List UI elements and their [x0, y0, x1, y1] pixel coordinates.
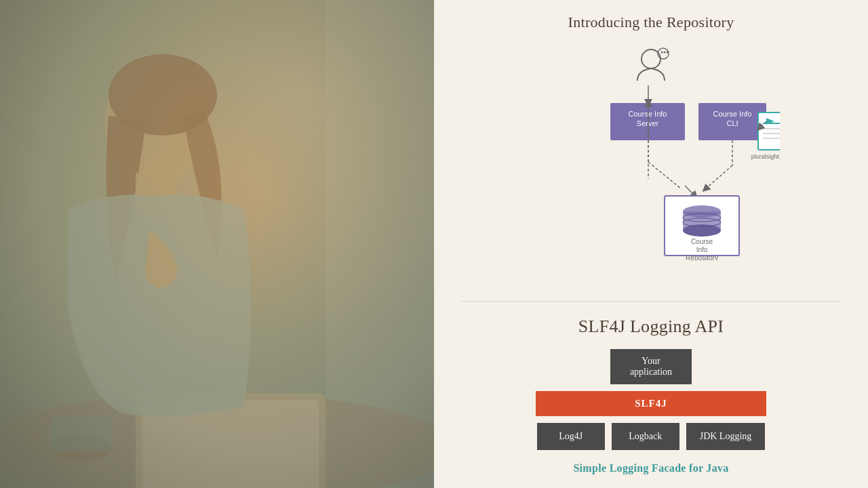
course-info-repo-label: Course [691, 238, 713, 245]
svg-point-15 [661, 52, 663, 54]
svg-line-30 [705, 165, 732, 189]
photo-background [0, 0, 434, 488]
pluralsight-icon [758, 113, 780, 150]
logging-implementations: Log4J Logback JDK Logging [537, 423, 766, 450]
content-panel: Introducing the Repository [434, 0, 868, 488]
architecture-diagram: Course Info Server Course Info CLI [461, 43, 841, 260]
repo-section-title: Introducing the Repository [568, 14, 734, 31]
svg-line-31 [685, 186, 695, 196]
svg-text:Info: Info [696, 246, 708, 253]
log4j-label: Log4J [559, 431, 583, 441]
slf4j-bar: SLF4J [536, 391, 766, 416]
logback-box: Logback [612, 423, 679, 450]
course-info-server-label: Course Info [629, 110, 667, 118]
svg-point-16 [664, 52, 666, 54]
your-application-box: Yourapplication [610, 349, 692, 384]
repository-section: Introducing the Repository [461, 14, 841, 301]
svg-point-17 [667, 52, 669, 54]
photo-panel [0, 0, 434, 488]
section-divider [461, 301, 841, 302]
photo-warm-overlay [0, 0, 434, 488]
svg-text:CLI: CLI [726, 119, 738, 127]
logback-label: Logback [629, 431, 662, 441]
jdk-logging-label: JDK Logging [700, 431, 752, 441]
diagram-svg: Course Info Server Course Info CLI [522, 43, 780, 260]
slf4j-section-title: SLF4J Logging API [578, 317, 724, 337]
pluralsight-label: pluralsight.com [751, 153, 780, 160]
slf4j-bar-label: SLF4J [635, 398, 667, 409]
your-application-label: Yourapplication [630, 356, 672, 377]
log4j-box: Log4J [537, 423, 605, 450]
slf4j-subtitle: Simple Logging Facade for Java [573, 462, 728, 474]
user-icon [637, 48, 669, 81]
course-info-cli-label: Course Info [713, 110, 752, 118]
svg-line-28 [648, 162, 682, 189]
svg-text:Server: Server [637, 119, 659, 127]
svg-text:Repository: Repository [686, 254, 718, 260]
slf4j-section: SLF4J Logging API Yourapplication SLF4J … [461, 310, 841, 474]
jdk-logging-box: JDK Logging [686, 423, 766, 450]
